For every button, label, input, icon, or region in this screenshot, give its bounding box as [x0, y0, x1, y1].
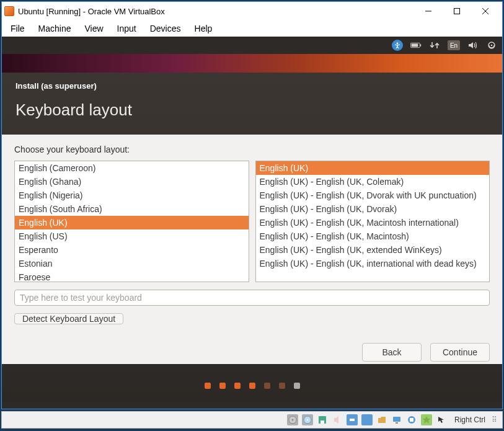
detect-keyboard-button[interactable]: Detect Keyboard Layout — [14, 313, 123, 324]
svg-point-11 — [291, 419, 293, 421]
battery-icon[interactable] — [410, 40, 422, 51]
shared-folder-icon[interactable] — [376, 414, 387, 425]
network-adapter-icon[interactable] — [347, 414, 358, 425]
menubar: File Machine View Input Devices Help — [2, 20, 502, 37]
menu-input[interactable]: Input — [111, 22, 143, 35]
menu-help[interactable]: Help — [188, 22, 219, 35]
layout-item[interactable]: English (South Africa) — [15, 202, 249, 216]
dot-3 — [234, 383, 241, 389]
maximize-button[interactable] — [443, 2, 471, 20]
menu-file[interactable]: File — [4, 22, 31, 35]
prompt-label: Choose your keyboard layout: — [14, 144, 490, 154]
svg-rect-1 — [454, 9, 460, 14]
layout-item[interactable]: English (Ghana) — [15, 175, 249, 189]
hdd-icon[interactable] — [287, 414, 298, 425]
dot-4 — [249, 383, 255, 389]
host-key-menu-icon[interactable]: ⠿ — [492, 415, 497, 424]
decorative-gradient — [2, 54, 502, 73]
display-icon[interactable] — [391, 414, 402, 425]
keyboard-test-input[interactable] — [14, 290, 490, 306]
svg-rect-19 — [363, 417, 371, 422]
layout-item[interactable]: English (Nigeria) — [15, 189, 249, 202]
window-title: Ubuntu [Running] - Oracle VM VirtualBox — [18, 7, 414, 16]
ubuntu-top-panel: En — [2, 37, 502, 54]
svg-rect-21 — [396, 422, 398, 424]
variant-item[interactable]: English (UK) - English (UK, Macintosh in… — [256, 216, 490, 229]
network-icon[interactable] — [429, 40, 440, 51]
variant-item[interactable]: English (UK) - English (UK, extended Win… — [256, 243, 490, 257]
menu-devices[interactable]: Devices — [144, 22, 187, 35]
dot-5 — [264, 383, 270, 389]
svg-rect-6 — [420, 44, 422, 46]
svg-rect-15 — [321, 420, 324, 424]
close-button[interactable] — [471, 2, 500, 20]
layout-item[interactable]: English (UK) — [15, 216, 249, 229]
layout-item[interactable]: English (Cameroon) — [15, 161, 249, 175]
dot-6 — [279, 383, 285, 389]
language-indicator[interactable]: En — [448, 40, 460, 50]
recording-icon[interactable] — [406, 414, 417, 425]
menu-machine[interactable]: Machine — [32, 22, 77, 35]
vbox-icon — [4, 6, 14, 16]
usb-icon[interactable] — [361, 414, 373, 425]
layouts-listbox[interactable]: English (Cameroon)English (Ghana)English… — [14, 161, 249, 282]
layout-item[interactable]: Estonian — [15, 257, 249, 270]
dot-1 — [205, 383, 211, 389]
menu-view[interactable]: View — [78, 22, 109, 35]
minimize-button[interactable] — [414, 2, 443, 20]
guest-additions-icon[interactable] — [421, 414, 432, 425]
svg-rect-18 — [350, 419, 355, 421]
audio-icon[interactable] — [332, 414, 343, 425]
layout-item[interactable]: Esperanto — [15, 243, 249, 257]
svg-rect-20 — [393, 417, 400, 422]
svg-rect-16 — [334, 418, 336, 422]
variant-item[interactable]: English (UK) — [256, 161, 490, 175]
svg-point-4 — [397, 43, 399, 45]
progress-dots — [2, 364, 502, 401]
svg-rect-23 — [410, 418, 413, 422]
installer-header: Install (as superuser) — [2, 73, 502, 93]
dot-2 — [219, 383, 226, 389]
mouse-integration-icon[interactable] — [436, 414, 447, 425]
variant-item[interactable]: English (UK) - English (UK, internationa… — [256, 257, 490, 270]
layout-item[interactable]: Faroese — [15, 270, 249, 282]
variant-item[interactable]: English (UK) - English (UK, Dvorak) — [256, 202, 490, 216]
svg-point-13 — [306, 419, 308, 421]
power-icon[interactable] — [486, 40, 497, 51]
variants-listbox[interactable]: English (UK)English (UK) - English (UK, … — [255, 161, 490, 282]
variant-item[interactable]: English (UK) - English (UK, Dvorak with … — [256, 189, 490, 202]
svg-rect-7 — [412, 44, 418, 47]
page-title: Keyboard layout — [2, 93, 502, 135]
floppy-icon[interactable] — [317, 414, 328, 425]
accessibility-icon[interactable] — [392, 40, 403, 51]
layout-item[interactable]: English (US) — [15, 229, 249, 243]
continue-button[interactable]: Continue — [430, 343, 490, 362]
variant-item[interactable]: English (UK) - English (UK, Macintosh) — [256, 229, 490, 243]
svg-point-9 — [491, 45, 492, 46]
optical-icon[interactable] — [302, 414, 313, 425]
host-key-label: Right Ctrl — [454, 415, 485, 424]
sound-icon[interactable] — [467, 40, 479, 51]
variant-item[interactable]: English (UK) - English (UK, Colemak) — [256, 175, 490, 189]
window-titlebar: Ubuntu [Running] - Oracle VM VirtualBox — [2, 2, 502, 20]
dot-7 — [294, 383, 300, 389]
vbox-status-bar: Right Ctrl ⠿ — [1, 411, 503, 429]
back-button[interactable]: Back — [362, 343, 422, 362]
